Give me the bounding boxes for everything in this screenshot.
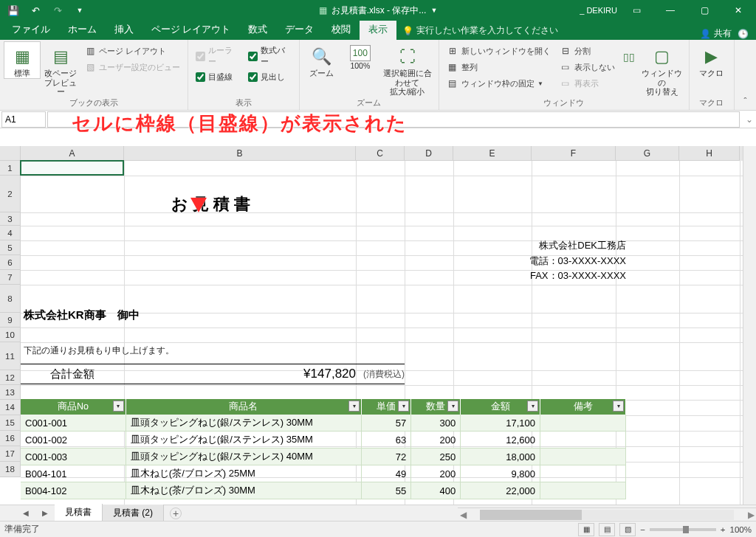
row-header-1[interactable]: 1: [0, 161, 21, 176]
page-break-status-button[interactable]: ▧: [619, 523, 636, 536]
tab-home[interactable]: ホーム: [59, 20, 106, 40]
view-side-by-side-button[interactable]: ▯▯: [621, 42, 637, 69]
sheet-tab-2[interactable]: 見積書 (2): [103, 505, 164, 522]
table-row[interactable]: B004-102皿木ねじ(茶/ブロンズ) 30MM5540022,000: [21, 482, 626, 499]
table-row[interactable]: B004-101皿木ねじ(茶/ブロンズ) 25MM492009,800: [21, 465, 626, 482]
tab-review[interactable]: 校閲: [323, 20, 360, 40]
gridlines-checkbox[interactable]: 目盛線: [193, 70, 242, 84]
row-header-18[interactable]: 18: [0, 462, 21, 477]
filter-button[interactable]: ▾: [348, 401, 360, 412]
table-cell[interactable]: 63: [362, 432, 411, 448]
sheet-tab-1[interactable]: 見積書: [55, 504, 103, 522]
row-header-2[interactable]: 2: [0, 176, 21, 212]
row-header-17[interactable]: 17: [0, 446, 21, 462]
table-cell[interactable]: [540, 432, 626, 448]
row-header-11[interactable]: 11: [0, 342, 21, 370]
hide-button[interactable]: ▭表示しない: [557, 60, 618, 75]
table-header[interactable]: 金額▾: [461, 399, 540, 415]
scroll-right-icon[interactable]: ▶: [746, 510, 756, 520]
ruler-checkbox[interactable]: ルーラー: [193, 44, 242, 69]
split-button[interactable]: ⊟分割: [557, 44, 618, 58]
table-cell[interactable]: B004-102: [21, 482, 126, 499]
vertical-scrollbar[interactable]: [743, 146, 756, 505]
name-box[interactable]: A1: [1, 111, 46, 128]
table-cell[interactable]: C001-002: [21, 432, 126, 448]
custom-views-button[interactable]: ▧ユーザー設定のビュー: [81, 60, 183, 75]
tab-view[interactable]: 表示: [360, 20, 396, 40]
row-header-12[interactable]: 12: [0, 370, 21, 385]
page-layout-status-button[interactable]: ▤: [599, 523, 615, 536]
formula-bar-checkbox[interactable]: 数式バー: [245, 44, 295, 69]
filter-button[interactable]: ▾: [447, 401, 458, 412]
switch-windows-button[interactable]: ▢ウィンドウの 切り替え: [640, 42, 684, 97]
tab-page-layout[interactable]: ページ レイアウト: [142, 20, 239, 40]
spreadsheet-grid[interactable]: ABCDEFGH 123456789101112131415161718 お見積…: [0, 146, 756, 505]
row-header-6[interactable]: 6: [0, 255, 21, 270]
sheet-nav-next-icon[interactable]: ▶: [35, 509, 55, 517]
table-cell[interactable]: 22,000: [461, 482, 540, 499]
sheet-nav-prev-icon[interactable]: ◀: [16, 509, 35, 517]
table-cell[interactable]: 49: [362, 465, 411, 482]
select-all-corner[interactable]: [0, 146, 21, 161]
filter-button[interactable]: ▾: [613, 401, 624, 412]
minimize-button[interactable]: ―: [656, 0, 685, 21]
row-header-3[interactable]: 3: [0, 212, 21, 226]
normal-view-button[interactable]: ▦標準: [4, 42, 40, 78]
row-header-5[interactable]: 5: [0, 240, 21, 255]
normal-view-status-button[interactable]: ▦: [578, 523, 594, 536]
tab-data[interactable]: データ: [276, 20, 323, 40]
table-header[interactable]: 備考▾: [540, 399, 626, 415]
zoom-level[interactable]: 100%: [730, 525, 752, 534]
close-button[interactable]: ✕: [724, 0, 753, 21]
row-header-15[interactable]: 15: [0, 415, 21, 431]
title-dropdown-icon[interactable]: ▼: [430, 7, 437, 14]
row-header-9[interactable]: 9: [0, 313, 21, 328]
tell-me-search[interactable]: 💡 実行したい作業を入力してください: [396, 21, 564, 40]
table-cell[interactable]: 12,600: [461, 432, 540, 448]
col-header-C[interactable]: C: [356, 146, 405, 161]
table-cell[interactable]: 300: [411, 415, 461, 432]
share-button[interactable]: 👤共有: [700, 27, 732, 40]
row-header-8[interactable]: 8: [0, 285, 21, 313]
history-icon[interactable]: 🕒: [738, 29, 749, 39]
new-window-button[interactable]: ⊞新しいウィンドウを開く: [444, 44, 554, 58]
zoom-100-button[interactable]: 100100%: [343, 42, 378, 71]
table-cell[interactable]: C001-003: [21, 448, 126, 465]
column-headers[interactable]: ABCDEFGH: [21, 146, 743, 161]
undo-icon[interactable]: ↶: [27, 1, 44, 19]
zoom-slider[interactable]: [650, 528, 716, 531]
ribbon-options-icon[interactable]: ▭: [622, 0, 651, 21]
macros-button[interactable]: ▶マクロ: [694, 42, 729, 78]
qat-dropdown-icon[interactable]: ▼: [71, 1, 89, 19]
table-cell[interactable]: 400: [411, 482, 461, 499]
table-cell[interactable]: [540, 415, 626, 432]
table-cell[interactable]: 皿木ねじ(茶/ブロンズ) 25MM: [126, 465, 361, 482]
maximize-button[interactable]: ▢: [690, 0, 719, 21]
filter-button[interactable]: ▾: [527, 401, 538, 412]
table-cell[interactable]: [540, 465, 626, 482]
table-header[interactable]: 数量▾: [411, 399, 461, 415]
row-headers[interactable]: 123456789101112131415161718: [0, 161, 21, 477]
headings-checkbox[interactable]: 見出し: [245, 70, 295, 84]
zoom-button[interactable]: 🔍ズーム: [304, 42, 340, 78]
row-header-13[interactable]: 13: [0, 385, 21, 400]
table-header[interactable]: 商品名▾: [126, 399, 361, 415]
table-cell[interactable]: 皿頭タッピングねじ(銀/ステンレス) 30MM: [126, 415, 361, 432]
scroll-left-icon[interactable]: ◀: [458, 510, 468, 520]
col-header-E[interactable]: E: [453, 146, 532, 161]
row-header-16[interactable]: 16: [0, 431, 21, 446]
table-header[interactable]: 単価▾: [362, 399, 411, 415]
freeze-panes-button[interactable]: ▤ウィンドウ枠の固定 ▼: [444, 76, 554, 91]
table-cell[interactable]: B004-101: [21, 465, 126, 482]
table-cell[interactable]: 57: [362, 415, 411, 432]
row-header-14[interactable]: 14: [0, 400, 21, 415]
horizontal-scrollbar[interactable]: ◀ ▶: [458, 507, 756, 521]
table-cell[interactable]: 皿頭タッピングねじ(銀/ステンレス) 35MM: [126, 432, 361, 448]
row-header-7[interactable]: 7: [0, 270, 21, 285]
table-cell[interactable]: 9,800: [461, 465, 540, 482]
zoom-out-button[interactable]: −: [640, 525, 645, 534]
col-header-G[interactable]: G: [616, 146, 679, 161]
row-header-10[interactable]: 10: [0, 328, 21, 342]
row-header-4[interactable]: 4: [0, 226, 21, 240]
unhide-button[interactable]: ▭再表示: [557, 76, 618, 91]
